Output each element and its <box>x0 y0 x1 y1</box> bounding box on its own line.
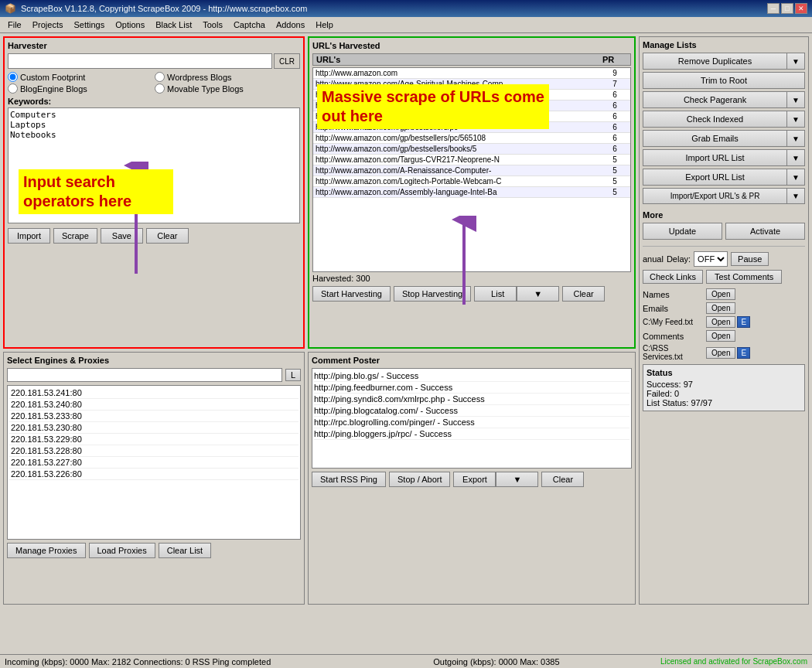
stop-harvesting-button[interactable]: Stop Harvesting <box>394 286 471 302</box>
list-item[interactable]: 220.181.53.240:80 <box>9 399 299 411</box>
comments-field-row: Comments Open <box>643 330 805 342</box>
scrape-button[interactable]: Scrape <box>53 228 97 244</box>
engines-search-input[interactable] <box>7 368 282 382</box>
menu-help[interactable]: Help <box>311 19 338 31</box>
menu-projects[interactable]: Projects <box>28 19 68 31</box>
check-links-button[interactable]: Check Links <box>643 270 703 284</box>
list-item[interactable]: 220.181.53.241:80 <box>9 387 299 399</box>
check-pagerank-dropdown[interactable]: ▼ <box>787 91 805 108</box>
emails-open-button[interactable]: Open <box>706 302 735 314</box>
menubar: File Projects Settings Options Black Lis… <box>0 17 812 33</box>
import-export-button[interactable]: Import/Export URL's & PR <box>643 188 787 204</box>
pr-cell: 5 <box>599 165 630 176</box>
urls-clear-button[interactable]: Clear <box>562 286 605 302</box>
grab-emails-button[interactable]: Grab Emails <box>643 130 787 147</box>
grab-emails-dropdown[interactable]: ▼ <box>787 130 805 147</box>
harvester-radio-group: Custom Footprint Wordpress Blogs BlogEng… <box>8 72 300 94</box>
harvester-panel: Harvester site:www.amazon.com CLR Custom… <box>3 36 305 349</box>
import-export-dropdown[interactable]: ▼ <box>787 188 805 204</box>
comments-open-button[interactable]: Open <box>706 330 735 342</box>
export-dropdown-button[interactable]: ▼ <box>496 472 538 487</box>
statusbar: Incoming (kbps): 0000 Max: 2182 Connecti… <box>0 654 812 668</box>
list-item[interactable]: 220.181.53.226:80 <box>9 469 299 480</box>
list-item[interactable]: 220.181.53.233:80 <box>9 411 299 422</box>
my-feed-open-button[interactable]: Open <box>706 316 735 328</box>
pause-button[interactable]: Pause <box>731 252 769 266</box>
pr-cell: 6 <box>599 101 630 111</box>
table-row: http://www.amazon.com/Apple-MacBook-MC20… <box>313 90 630 101</box>
harvester-clr-button[interactable]: CLR <box>274 53 300 69</box>
export-button[interactable]: Export <box>453 472 496 487</box>
delay-select[interactable]: OFF1s2s5s <box>694 251 728 267</box>
list-button[interactable]: List <box>474 286 517 302</box>
save-button[interactable]: Save <box>101 228 143 244</box>
load-proxies-button[interactable]: Load Proxies <box>89 543 155 558</box>
keywords-textarea[interactable] <box>8 107 300 223</box>
menu-file[interactable]: File <box>3 19 26 31</box>
stop-abort-button[interactable]: Stop / Abort <box>389 472 450 487</box>
table-row: http://www.amazon.com/Advances-Computers… <box>313 101 630 111</box>
menu-options[interactable]: Options <box>111 19 149 31</box>
import-button[interactable]: Import <box>8 228 50 244</box>
manage-proxies-button[interactable]: Manage Proxies <box>7 543 86 558</box>
radio-wordpress-blogs[interactable]: Wordpress Blogs <box>155 72 300 82</box>
urls-harvested-title: URL's Harvested <box>312 41 631 50</box>
list-item[interactable]: 220.181.53.228:80 <box>9 445 299 457</box>
trim-to-root-button[interactable]: Trim to Root <box>643 72 805 89</box>
engines-list[interactable]: 220.181.53.241:80220.181.53.240:80220.18… <box>7 385 301 540</box>
check-pagerank-button[interactable]: Check Pagerank <box>643 91 787 108</box>
export-url-dropdown[interactable]: ▼ <box>787 169 805 186</box>
names-open-button[interactable]: Open <box>706 288 735 300</box>
engines-clear-list-button[interactable]: Clear List <box>159 543 211 558</box>
menu-tools[interactable]: Tools <box>198 19 227 31</box>
radio-custom-footprint[interactable]: Custom Footprint <box>8 72 153 82</box>
url-cell: http://www.amazon.com/Assembly-language-… <box>313 187 599 197</box>
list-item[interactable]: 220.181.53.227:80 <box>9 457 299 469</box>
table-row: http://www.amazon.com/gp/bestsellers/pc/… <box>313 133 630 144</box>
pr-cell: 5 <box>599 187 630 197</box>
names-label: Names <box>643 290 705 299</box>
harvester-url-input[interactable]: site:www.amazon.com <box>8 53 272 69</box>
menu-blacklist[interactable]: Black List <box>151 19 196 31</box>
radio-movable-type[interactable]: Movable Type Blogs <box>155 84 300 94</box>
close-button[interactable]: ✕ <box>795 3 807 14</box>
pr-cell: 9 <box>599 68 630 78</box>
radio-blogengine-blogs[interactable]: BlogEngine Blogs <box>8 84 153 94</box>
menu-settings[interactable]: Settings <box>69 19 109 31</box>
test-comments-button[interactable]: Test Comments <box>706 270 782 284</box>
rss-services-field-row: C:\RSS Services.txt Open E <box>643 344 805 361</box>
minimize-button[interactable]: ─ <box>767 3 780 14</box>
clear-button[interactable]: Clear <box>146 228 189 244</box>
statusbar-left: Incoming (kbps): 0000 Max: 2182 Connecti… <box>5 657 333 666</box>
comment-poster-panel: Comment Poster http://ping.blo.gs/ - Suc… <box>308 352 636 605</box>
comment-list[interactable]: http://ping.blo.gs/ - Successhttp://ping… <box>312 368 632 469</box>
maximize-button[interactable]: □ <box>781 3 793 14</box>
start-harvesting-button[interactable]: Start Harvesting <box>312 286 391 302</box>
pr-cell: 6 <box>599 90 630 100</box>
select-engines-title: Select Engines & Proxies <box>7 356 301 365</box>
check-pagerank-row: Check Pagerank ▼ <box>643 91 805 108</box>
update-button[interactable]: Update <box>643 223 722 240</box>
check-indexed-dropdown[interactable]: ▼ <box>787 111 805 128</box>
remove-dupes-dropdown[interactable]: ▼ <box>787 53 805 70</box>
menu-captcha[interactable]: Captcha <box>229 19 270 31</box>
remove-duplicates-button[interactable]: Remove Duplicates <box>643 53 787 70</box>
urls-list[interactable]: http://www.amazon.com9http://www.amazon.… <box>312 67 631 272</box>
import-url-dropdown[interactable]: ▼ <box>787 149 805 166</box>
import-url-button[interactable]: Import URL List <box>643 149 787 166</box>
list-status-row: List Status: 97/97 <box>647 398 801 407</box>
check-indexed-button[interactable]: Check Indexed <box>643 111 787 128</box>
activate-button[interactable]: Activate <box>725 223 805 240</box>
rss-services-e-button[interactable]: E <box>737 347 750 359</box>
rss-services-open-button[interactable]: Open <box>706 347 735 359</box>
list-item[interactable]: 220.181.53.230:80 <box>9 422 299 434</box>
list-item[interactable]: 220.181.53.229:80 <box>9 434 299 445</box>
comment-clear-button[interactable]: Clear <box>541 472 584 487</box>
menu-addons[interactable]: Addons <box>271 19 309 31</box>
list-dropdown-button[interactable]: ▼ <box>517 286 559 302</box>
start-rss-button[interactable]: Start RSS Ping <box>312 472 386 487</box>
engines-all-button[interactable]: L <box>285 369 301 381</box>
my-feed-e-button[interactable]: E <box>737 316 750 328</box>
export-url-button[interactable]: Export URL List <box>643 169 787 186</box>
pr-cell: 6 <box>599 144 630 154</box>
